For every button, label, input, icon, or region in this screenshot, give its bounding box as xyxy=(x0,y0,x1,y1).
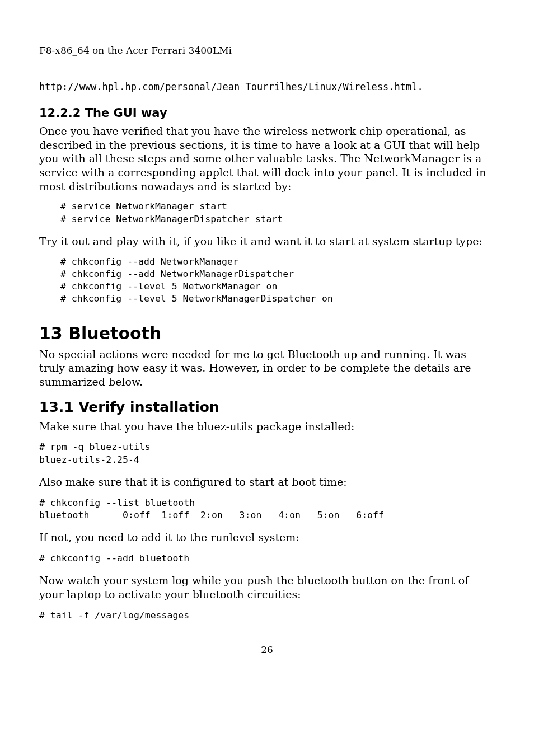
heading-13: 13 Bluetooth xyxy=(39,323,495,343)
heading-13-1: 13.1 Verify installation xyxy=(39,399,495,415)
heading-12-2-2: 12.2.2 The GUI way xyxy=(39,106,495,120)
para-bluez-installed: Make sure that you have the bluez-utils … xyxy=(39,420,495,434)
code-tail-log: # tail -f /var/log/messages xyxy=(39,609,495,622)
code-rpm-q: # rpm -q bluez-utils bluez-utils-2.25-4 xyxy=(39,441,495,466)
para-configured-boot: Also make sure that it is configured to … xyxy=(39,475,495,489)
code-chkconfig-list: # chkconfig --list bluetooth bluetooth 0… xyxy=(39,497,495,522)
code-chkconfig-nm: # chkconfig --add NetworkManager # chkco… xyxy=(60,256,495,306)
page-number: 26 xyxy=(39,644,495,655)
url-text: http://www.hpl.hp.com/personal/Jean_Tour… xyxy=(39,81,495,92)
code-service-start: # service NetworkManager start # service… xyxy=(60,200,495,226)
para-try-play: Try it out and play with it, if you like… xyxy=(39,234,495,248)
page-header: F8-x86_64 on the Acer Ferrari 3400LMi xyxy=(39,45,495,56)
para-gui-intro: Once you have verified that you have the… xyxy=(39,124,495,193)
code-chkconfig-add: # chkconfig --add bluetooth xyxy=(39,552,495,565)
para-add-runlevel: If not, you need to add it to the runlev… xyxy=(39,530,495,544)
para-watch-log: Now watch your system log while you push… xyxy=(39,574,495,601)
para-bluetooth-intro: No special actions were needed for me to… xyxy=(39,348,495,389)
